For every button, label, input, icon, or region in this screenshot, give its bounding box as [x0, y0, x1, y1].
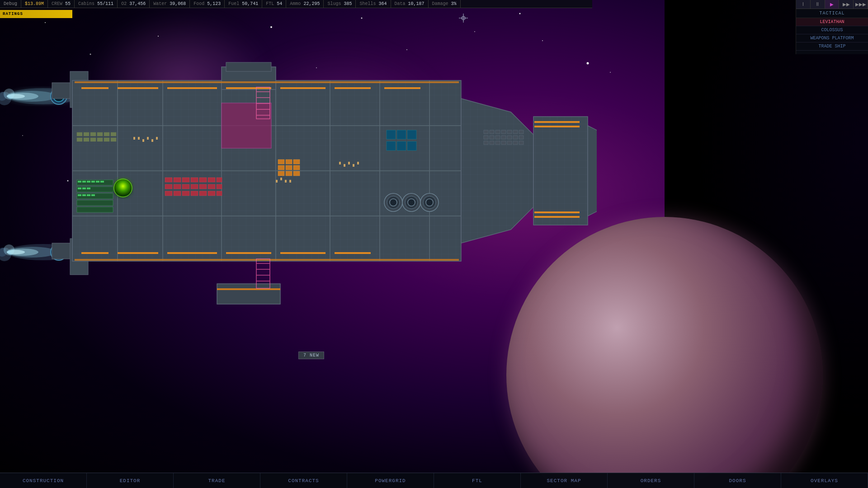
svg-rect-111	[286, 160, 292, 164]
svg-rect-134	[82, 194, 86, 196]
svg-rect-62	[75, 81, 459, 83]
svg-rect-108	[208, 191, 215, 196]
svg-rect-198	[147, 137, 149, 140]
svg-rect-80	[97, 132, 103, 136]
svg-rect-169	[490, 141, 494, 145]
ftl-display: FTL 54	[262, 0, 286, 8]
nav-overlays[interactable]: OVERLAYS	[781, 473, 868, 488]
nav-doors[interactable]: DOORS	[694, 473, 781, 488]
ratings-bar[interactable]: RATINGS	[0, 10, 72, 18]
svg-rect-102	[217, 184, 222, 189]
svg-rect-86	[97, 138, 103, 141]
svg-rect-135	[87, 194, 90, 196]
svg-rect-125	[82, 181, 86, 183]
tactical-item-weapons-platform[interactable]: WEAPONS PLATFORM	[796, 34, 868, 42]
tactical-item-trade-ship[interactable]: TRADE SHIP	[796, 42, 868, 51]
right-panel: I II ▶ ▶▶ ▶▶▶ TACTICAL LEVIATHAN COLOSSU…	[796, 0, 868, 54]
nav-construction[interactable]: CONSTRUCTION	[0, 473, 87, 488]
nav-editor[interactable]: EDITOR	[87, 473, 174, 488]
svg-marker-55	[461, 99, 533, 243]
svg-rect-201	[276, 180, 278, 183]
svg-rect-163	[495, 136, 500, 139]
svg-rect-113	[278, 165, 284, 170]
svg-rect-209	[357, 162, 359, 164]
svg-rect-131	[82, 188, 86, 189]
svg-rect-115	[293, 165, 300, 170]
new-notification[interactable]: 7 NEW	[298, 352, 324, 359]
svg-rect-84	[84, 138, 89, 141]
ctrl-btn-fff[interactable]: ▶▶▶	[854, 0, 868, 9]
svg-rect-157	[501, 130, 506, 134]
food-display: Food 5,123	[190, 0, 225, 8]
svg-rect-158	[507, 130, 512, 134]
svg-rect-103	[165, 191, 172, 196]
svg-rect-95	[217, 178, 222, 182]
svg-rect-68	[280, 87, 326, 89]
slugs-display: Slugs 385	[324, 0, 356, 8]
svg-rect-70	[384, 87, 420, 89]
svg-rect-116	[278, 171, 284, 176]
nav-powergrid[interactable]: POWERGRID	[347, 473, 434, 488]
svg-rect-205	[339, 162, 341, 164]
svg-rect-207	[348, 162, 350, 164]
svg-rect-88	[111, 138, 116, 141]
svg-rect-71	[81, 252, 108, 254]
svg-rect-83	[77, 138, 82, 141]
svg-rect-179	[217, 284, 280, 304]
nav-orders[interactable]: ORDERS	[608, 473, 694, 488]
svg-rect-91	[182, 178, 189, 182]
svg-rect-127	[91, 181, 95, 183]
svg-rect-176	[534, 126, 580, 127]
svg-point-148	[408, 199, 415, 206]
svg-rect-197	[142, 139, 144, 142]
svg-rect-74	[226, 252, 271, 254]
svg-rect-96	[165, 184, 172, 189]
bottom-nav: CONSTRUCTION EDITOR TRADE CONTRACTS POWE…	[0, 473, 868, 488]
svg-rect-199	[151, 139, 153, 142]
svg-rect-124	[78, 181, 81, 183]
svg-rect-132	[87, 188, 90, 189]
fuel-display: Fuel 50,741	[225, 0, 262, 8]
svg-rect-141	[397, 141, 406, 150]
svg-rect-100	[199, 184, 207, 189]
ctrl-btn-2[interactable]: II	[811, 0, 825, 9]
svg-rect-175	[534, 121, 580, 123]
svg-rect-123	[77, 207, 113, 212]
svg-point-145	[390, 199, 397, 206]
shells-display: Shells 364	[356, 0, 391, 8]
svg-rect-109	[217, 191, 222, 196]
ctrl-btn-ff[interactable]: ▶▶	[839, 0, 854, 9]
nav-ftl[interactable]: FTL	[434, 473, 521, 488]
svg-point-14	[610, 72, 611, 73]
svg-rect-126	[87, 181, 90, 183]
svg-rect-174	[519, 141, 524, 145]
svg-rect-61	[222, 103, 271, 148]
nav-contracts[interactable]: CONTRACTS	[260, 473, 347, 488]
nav-trade[interactable]: TRADE	[174, 473, 260, 488]
notification-text: 7 NEW	[303, 353, 319, 358]
svg-rect-170	[495, 141, 500, 145]
svg-rect-99	[191, 184, 198, 189]
nav-sector-map[interactable]: SECTOR MAP	[521, 473, 608, 488]
svg-rect-57	[533, 117, 588, 225]
svg-rect-173	[513, 141, 518, 145]
engine-trails	[0, 88, 79, 261]
svg-rect-64	[81, 87, 108, 89]
tactical-item-colossus[interactable]: COLOSSUS	[796, 26, 868, 34]
svg-rect-87	[104, 138, 109, 141]
ctrl-btn-1[interactable]: I	[796, 0, 811, 9]
svg-rect-139	[407, 130, 416, 139]
svg-rect-107	[199, 191, 207, 196]
svg-rect-168	[484, 141, 488, 145]
ratings-label: RATINGS	[3, 12, 23, 16]
panel-controls: I II ▶ ▶▶ ▶▶▶	[796, 0, 868, 9]
svg-rect-208	[353, 164, 354, 167]
ctrl-btn-play[interactable]: ▶	[825, 0, 840, 9]
tactical-item-leviathan[interactable]: LEVIATHAN	[796, 18, 868, 26]
tactical-header: TACTICAL	[796, 9, 868, 18]
money-display: $13.89M	[21, 0, 48, 8]
svg-rect-166	[513, 136, 518, 139]
svg-rect-156	[495, 130, 500, 134]
svg-rect-81	[104, 132, 109, 136]
svg-rect-93	[199, 178, 207, 182]
